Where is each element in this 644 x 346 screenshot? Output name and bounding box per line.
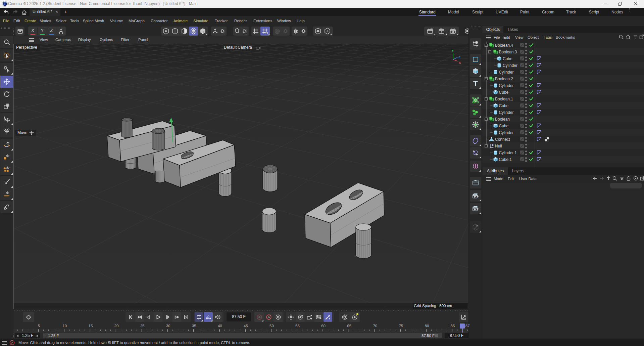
record-button[interactable] <box>255 312 264 322</box>
menu-tracker[interactable]: Tracker <box>215 19 228 23</box>
layer-toggle[interactable] <box>520 63 524 67</box>
kf-parameter-button[interactable] <box>314 312 323 322</box>
menu-tools[interactable]: Tools <box>70 19 79 23</box>
vp-menu-options[interactable]: Options <box>100 38 113 42</box>
menu-file[interactable]: File <box>3 19 9 23</box>
spline-objects-button[interactable] <box>470 54 481 65</box>
am-target-icon[interactable] <box>633 176 638 182</box>
vp-menu-filter[interactable]: Filter <box>121 38 130 42</box>
keyset-gear-icon[interactable] <box>275 314 282 320</box>
falloff-settings-button[interactable] <box>281 27 290 36</box>
layer-toggle[interactable] <box>520 43 524 47</box>
enabled-check-icon[interactable] <box>529 62 534 68</box>
play-icon[interactable] <box>155 314 161 320</box>
timeline-ticks[interactable] <box>13 329 468 333</box>
vp-menu-display[interactable]: Display <box>78 38 91 42</box>
document-tab[interactable]: Untitled 6 *× <box>30 8 60 16</box>
enabled-check-icon[interactable] <box>529 83 534 88</box>
snap-button[interactable] <box>233 27 241 36</box>
sketch-pen-button[interactable] <box>0 151 13 163</box>
vp-menu-panel[interactable]: Panel <box>138 38 148 42</box>
palette-drag-handle[interactable] <box>1 27 11 29</box>
layout-tab-model[interactable]: Model <box>448 10 459 14</box>
viewport[interactable]: PerspectiveDefault CameraMoveYZXGrid Spa… <box>13 44 468 309</box>
layer-toggle[interactable] <box>520 50 524 54</box>
enabled-check-icon[interactable] <box>529 49 534 54</box>
menu-render[interactable]: Render <box>234 19 247 23</box>
palette-drag-handle[interactable] <box>13 28 14 35</box>
text-object-button[interactable] <box>470 78 481 89</box>
axis-lock-y[interactable]: Y <box>38 27 47 36</box>
phong-tag-icon[interactable] <box>537 130 541 135</box>
prev-frame-button[interactable] <box>145 312 153 322</box>
edges-mode-button[interactable] <box>170 27 180 36</box>
menu-help[interactable]: Help <box>297 19 305 23</box>
spline-pen-button[interactable] <box>0 139 13 151</box>
enabled-check-icon[interactable] <box>529 157 534 162</box>
enabled-check-icon[interactable] <box>529 42 534 48</box>
enabled-check-icon[interactable] <box>529 123 534 128</box>
enabled-check-icon[interactable] <box>529 130 534 135</box>
object-row[interactable]: Cylinder <box>483 109 644 116</box>
phong-tag-icon[interactable] <box>537 157 541 162</box>
render-view-button[interactable] <box>425 27 436 36</box>
layout-tab-track[interactable]: Track <box>566 10 576 14</box>
edit-dimmed-button[interactable] <box>470 221 481 233</box>
polygon-pen-button[interactable] <box>0 163 13 175</box>
playhead[interactable] <box>460 323 465 329</box>
layer-toggle[interactable] <box>520 77 524 81</box>
magnet-move-tool-button[interactable] <box>0 125 13 137</box>
camera-label[interactable]: Default Camera <box>224 45 252 50</box>
menu-select[interactable]: Select <box>56 19 66 23</box>
model-mode-button[interactable] <box>189 27 198 36</box>
am-menu-user-data[interactable]: User Data <box>519 177 537 181</box>
transform-tool-button[interactable] <box>0 113 13 125</box>
kf-parameter-icon[interactable] <box>315 314 322 320</box>
search-button[interactable] <box>0 36 13 48</box>
next-frame-icon[interactable] <box>164 314 171 320</box>
close-tab-icon[interactable]: × <box>56 9 58 14</box>
layout-tab-standard[interactable]: Standard <box>419 10 436 14</box>
range-slider[interactable]: 1.25 F87.50 F <box>43 333 442 338</box>
symmetry-button[interactable] <box>292 27 300 36</box>
goto-start-icon[interactable] <box>127 314 134 320</box>
render-pv-button[interactable] <box>436 27 447 36</box>
goto-end-icon[interactable] <box>183 314 189 320</box>
autokey-icon[interactable]: A <box>265 314 272 320</box>
enabled-check-icon[interactable] <box>529 89 534 95</box>
sound-icon[interactable] <box>214 314 221 320</box>
prev-key-icon[interactable] <box>136 314 143 320</box>
brush-tool-button[interactable] <box>0 176 13 188</box>
phong-tag-icon[interactable] <box>537 70 541 74</box>
move-tool-button[interactable] <box>0 76 13 88</box>
goto-end-button[interactable] <box>182 312 190 322</box>
phong-tag-icon[interactable] <box>537 63 541 68</box>
pen-line-tool-button[interactable] <box>0 188 13 200</box>
layer-toggle[interactable] <box>520 117 524 121</box>
camera-menu-icon[interactable] <box>256 45 260 51</box>
workplane-button[interactable] <box>56 27 66 36</box>
vp-menu-view[interactable]: View <box>40 38 48 42</box>
enabled-check-icon[interactable] <box>529 103 534 108</box>
minimize-button[interactable] <box>600 0 611 7</box>
layout-tab-groom[interactable]: Groom <box>542 10 554 14</box>
layer-toggle[interactable] <box>520 144 524 148</box>
live-selection-button[interactable] <box>0 49 13 61</box>
object-row[interactable]: Cube <box>483 89 644 95</box>
expand-toggle[interactable] <box>485 97 488 100</box>
kf-scale-button[interactable] <box>305 312 314 322</box>
keyset-button[interactable] <box>274 312 283 322</box>
expand-toggle[interactable] <box>485 144 488 147</box>
layer-toggle[interactable] <box>520 137 524 141</box>
key-button[interactable] <box>23 312 34 322</box>
next-key-button[interactable] <box>172 312 181 322</box>
add-tab-button[interactable]: + <box>63 9 69 14</box>
object-row[interactable]: Cylinder <box>483 69 644 75</box>
menu-mograph[interactable]: MoGraph <box>129 19 145 23</box>
menu-volume[interactable]: Volume <box>110 19 123 23</box>
object-row[interactable]: Cube <box>483 55 644 62</box>
layout-menu-icon[interactable]: ⋮ <box>627 9 631 11</box>
view-label[interactable]: Perspective <box>14 44 40 51</box>
phong-tag-icon[interactable] <box>537 137 541 141</box>
tab-layers[interactable]: Layers <box>509 167 527 175</box>
